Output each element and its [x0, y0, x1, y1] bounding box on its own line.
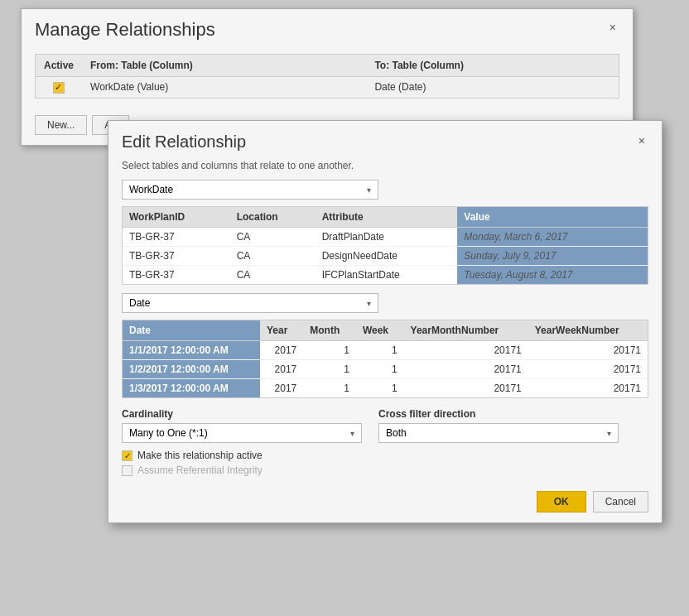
cell-location: CA — [230, 247, 316, 266]
cell-year: 2017 — [260, 379, 303, 398]
edit-dialog-subtitle: Select tables and columns that relate to… — [122, 160, 648, 171]
edit-title-bar: Edit Relationship × — [108, 121, 662, 156]
cell-value: Sunday, July 9, 2017 — [457, 247, 648, 266]
col-month: Month — [303, 320, 356, 341]
checkboxes-row: ✓ Make this relationship active Assume R… — [122, 450, 648, 476]
table2-dropdown-arrow: ▾ — [367, 299, 371, 308]
table2-dropdown-container: Date ▾ — [122, 293, 648, 313]
cell-yearmonth: 20171 — [404, 341, 528, 360]
manage-close-button[interactable]: × — [606, 19, 619, 36]
table-row[interactable]: TB-GR-37 CA DesignNeedDate Sunday, July … — [123, 247, 648, 266]
crossfilter-dropdown[interactable]: Both ▾ — [378, 423, 619, 443]
table1-dropdown[interactable]: WorkDate ▾ — [122, 180, 378, 200]
table1-dropdown-container: WorkDate ▾ — [122, 180, 648, 200]
referential-checkbox-label: Assume Referential Integrity — [137, 464, 263, 476]
cardinality-value: Many to One (*:1) — [129, 427, 208, 439]
active-checkmark — [53, 82, 65, 94]
crossfilter-label: Cross filter direction — [378, 408, 619, 420]
edit-relationship-dialog: Edit Relationship × Select tables and co… — [108, 120, 662, 523]
col-from: From: Table (Column) — [82, 55, 366, 77]
cell-month: 1 — [303, 341, 356, 360]
edit-close-button[interactable]: × — [635, 132, 648, 149]
cell-date: 1/2/2017 12:00:00 AM — [123, 360, 260, 379]
cardinality-dropdown-arrow: ▾ — [350, 429, 354, 438]
cardinality-group: Cardinality Many to One (*:1) ▾ — [122, 408, 362, 443]
crossfilter-value: Both — [386, 427, 407, 439]
cell-value: Monday, March 6, 2017 — [457, 228, 648, 247]
col-date: Date — [123, 320, 260, 341]
cell-week: 1 — [356, 341, 404, 360]
cell-month: 1 — [303, 379, 356, 398]
table2-dropdown-value: Date — [129, 297, 150, 309]
table1-dropdown-arrow: ▾ — [367, 185, 371, 195]
referential-checkbox[interactable] — [122, 465, 132, 476]
cell-year: 2017 — [260, 341, 303, 360]
cell-yearweek: 20171 — [528, 360, 648, 379]
manage-table: Active From: Table (Column) To: Table (C… — [36, 55, 619, 98]
active-checkbox-label: Make this relationship active — [137, 450, 263, 461]
edit-dialog-title: Edit Relationship — [122, 132, 246, 152]
cell-value: Tuesday, August 8, 2017 — [457, 266, 648, 285]
cell-date: 1/3/2017 12:00:00 AM — [123, 379, 260, 398]
referential-checkbox-row: Assume Referential Integrity — [122, 464, 648, 476]
table-row[interactable]: TB-GR-37 CA DraftPlanDate Monday, March … — [123, 228, 648, 247]
table-row[interactable]: 1/2/2017 12:00:00 AM 2017 1 1 20171 2017… — [123, 360, 648, 379]
table-row[interactable]: 1/1/2017 12:00:00 AM 2017 1 1 20171 2017… — [123, 341, 648, 360]
new-button[interactable]: New... — [35, 115, 87, 135]
from-column: WorkDate (Value) — [82, 77, 366, 98]
cell-yearmonth: 20171 — [404, 379, 528, 398]
col-value: Value — [457, 207, 648, 228]
col-week: Week — [356, 320, 404, 341]
active-checkbox-cell — [36, 77, 82, 98]
to-column: Date (Date) — [366, 77, 619, 98]
cardinality-label: Cardinality — [122, 408, 362, 420]
cell-workplanid: TB-GR-37 — [123, 266, 230, 285]
edit-buttons: OK Cancel — [108, 484, 662, 522]
table1-dropdown-value: WorkDate — [129, 184, 173, 195]
cell-yearmonth: 20171 — [404, 360, 528, 379]
cell-week: 1 — [356, 379, 404, 398]
col-attribute: Attribute — [316, 207, 458, 228]
cell-date: 1/1/2017 12:00:00 AM — [123, 341, 260, 360]
cell-year: 2017 — [260, 360, 303, 379]
ok-button[interactable]: OK — [537, 491, 586, 513]
col-location: Location — [230, 207, 316, 228]
table2-data-container: Date Year Month Week YearMonthNumber Yea… — [122, 320, 648, 398]
col-yearweek: YearWeekNumber — [528, 320, 648, 341]
table-row[interactable]: WorkDate (Value) Date (Date) — [36, 77, 619, 98]
col-active: Active — [36, 55, 82, 77]
active-checkbox-row: ✓ Make this relationship active — [122, 450, 648, 461]
table1-data-container: WorkPlanID Location Attribute Value TB-G… — [122, 206, 648, 285]
cell-yearweek: 20171 — [528, 341, 648, 360]
cell-attribute: DraftPlanDate — [316, 228, 458, 247]
cancel-button[interactable]: Cancel — [593, 491, 648, 513]
manage-dialog-title: Manage Relationships — [35, 19, 215, 41]
active-checkbox[interactable]: ✓ — [122, 450, 132, 461]
col-year: Year — [260, 320, 303, 341]
cardinality-dropdown[interactable]: Many to One (*:1) ▾ — [122, 423, 362, 443]
cell-attribute: DesignNeedDate — [316, 247, 458, 266]
cell-week: 1 — [356, 360, 404, 379]
cell-workplanid: TB-GR-37 — [123, 247, 230, 266]
col-to: To: Table (Column) — [366, 55, 619, 77]
table-row[interactable]: TB-GR-37 CA IFCPlanStartDate Tuesday, Au… — [123, 266, 648, 285]
col-workplanid: WorkPlanID — [123, 207, 230, 228]
cell-month: 1 — [303, 360, 356, 379]
manage-table-container: Active From: Table (Column) To: Table (C… — [35, 54, 619, 99]
cell-location: CA — [230, 266, 316, 285]
manage-title-bar: Manage Relationships × — [22, 9, 633, 47]
cell-attribute: IFCPlanStartDate — [316, 266, 458, 285]
cell-workplanid: TB-GR-37 — [123, 228, 230, 247]
table2-data-table: Date Year Month Week YearMonthNumber Yea… — [123, 320, 648, 397]
crossfilter-dropdown-arrow: ▾ — [607, 429, 611, 438]
options-row: Cardinality Many to One (*:1) ▾ Cross fi… — [122, 408, 648, 443]
crossfilter-group: Cross filter direction Both ▾ — [378, 408, 619, 443]
col-yearmonth: YearMonthNumber — [404, 320, 528, 341]
cell-yearweek: 20171 — [528, 379, 648, 398]
table2-dropdown[interactable]: Date ▾ — [122, 293, 378, 313]
table1-data-table: WorkPlanID Location Attribute Value TB-G… — [123, 207, 648, 284]
cell-location: CA — [230, 228, 316, 247]
table-row[interactable]: 1/3/2017 12:00:00 AM 2017 1 1 20171 2017… — [123, 379, 648, 398]
